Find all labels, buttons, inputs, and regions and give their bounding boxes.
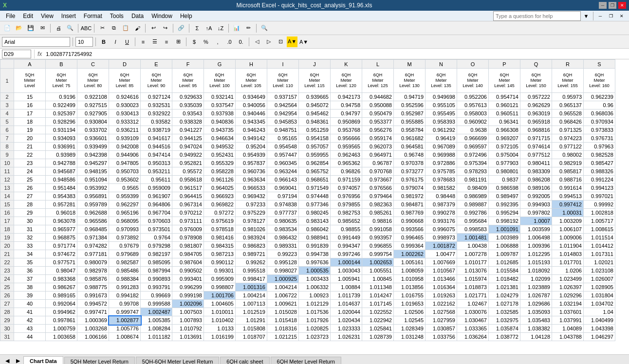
cell-F23[interactable]: 0.990502 [172,267,204,275]
cell-K31[interactable]: 1.026231 [331,333,362,341]
cell-S19[interactable]: 1.011514 [584,234,615,242]
minimize-button[interactable]: ─ [599,2,607,9]
cell-H31[interactable]: 1.018707 [236,333,267,341]
cell-S9[interactable]: 0.982528 [584,151,615,159]
cell-N22[interactable]: 1.007669 [426,258,457,267]
cell-D12[interactable]: 0.953602 [109,176,141,184]
zoom-button[interactable]: 🔍 [259,23,270,34]
cell-N20[interactable]: 1.001872 [426,242,457,250]
cell-G9[interactable]: 0.952431 [204,151,236,159]
cell-O2[interactable]: 0.952206 [457,93,489,101]
cell-M19[interactable]: 0.996465 [394,234,426,242]
cell-L22[interactable]: 1.002653 [362,258,394,267]
cell-B16[interactable]: 0.96018 [46,209,77,217]
col-header-F[interactable]: F [172,60,204,69]
cell-P12[interactable]: 0.9837 [489,176,520,184]
cell-C30[interactable]: 1.003268 [77,325,109,333]
cell-J12[interactable]: 0.968651 [299,176,331,184]
menu-edit[interactable]: Edit [19,12,37,20]
cell-E9[interactable]: 0.947414 [141,151,172,159]
cell-C2[interactable]: 0.922108 [77,93,109,101]
cell-J23[interactable]: 1.000535 [299,267,331,275]
cell-H22[interactable]: 0.99262 [236,258,267,267]
cell-D17[interactable]: 0.968095 [109,217,141,225]
cell-O17[interactable]: 0.995684 [457,217,489,225]
cell-D28[interactable]: 0.999747 [109,308,141,316]
cell-D19[interactable]: 0.973892 [109,234,141,242]
header-I1[interactable]: 6QHMeterLevel: 110 [267,69,299,93]
increase-decimal-button[interactable]: .0 [224,36,235,47]
cell-Q2[interactable]: 0.957222 [520,93,552,101]
align-left-button[interactable]: ≡ [138,36,148,47]
header-B1[interactable]: 6QHMeterLevel: 75 [46,69,77,93]
cell-I22[interactable]: 0.995128 [267,258,299,267]
tab-6qh-meter[interactable]: 6QH Meter Level Return [271,357,341,364]
cell-R31[interactable]: 1.043788 [552,333,584,341]
cell-B31[interactable]: 1.003658 [46,333,77,341]
cell-G16[interactable]: 0.97272 [204,209,236,217]
cell-B12[interactable]: 0.948586 [46,176,77,184]
cell-G11[interactable]: 0.958228 [204,167,236,176]
cell-S13[interactable]: 0.994123 [584,184,615,192]
cell-I23[interactable]: 0.998027 [267,267,299,275]
cell-F13[interactable]: 0.961517 [172,184,204,192]
cell-Q23[interactable]: 1.018092 [520,267,552,275]
cell-Q21[interactable]: 1.012295 [520,250,552,258]
cell-E15[interactable]: 0.964806 [141,200,172,209]
cell-O5[interactable]: 0.960902 [457,118,489,126]
cell-F24[interactable]: 0.993401 [172,275,204,283]
cell-M5[interactable]: 0.955885 [394,118,426,126]
cell-S28[interactable]: 1.04 [584,308,615,316]
format-painter-button[interactable]: 🖌 [132,23,143,34]
cell-R6[interactable]: 0.971325 [552,126,584,134]
cell-G5[interactable]: 0.940836 [204,118,236,126]
cell-E4[interactable]: 0.932922 [141,109,172,118]
cell-H16[interactable]: 0.975229 [236,209,267,217]
cell-N29[interactable]: 1.027959 [426,316,457,325]
cell-H13[interactable]: 0.966533 [236,184,267,192]
col-header-O[interactable]: O [457,60,489,69]
cell-M7[interactable]: 0.961682 [394,134,426,143]
cell-E8[interactable]: 0.944516 [141,143,172,151]
header-J1[interactable]: 6QHMeterLevel: 115 [299,69,331,93]
cell-J14[interactable]: 0.974448 [299,192,331,200]
cell-F8[interactable]: 0.947024 [172,143,204,151]
cell-P8[interactable]: 0.972105 [489,143,520,151]
cell-I14[interactable]: 0.97194 [267,192,299,200]
cell-G6[interactable]: 0.943735 [204,126,236,134]
cell-K27[interactable]: 1.014637 [331,300,362,308]
cell-N28[interactable]: 1.027568 [426,308,457,316]
cell-J21[interactable]: 0.994738 [299,250,331,258]
cell-E22[interactable]: 0.985095 [141,258,172,267]
cell-E14[interactable]: 0.961907 [141,192,172,200]
cell-F6[interactable]: 0.941227 [172,126,204,134]
cell-F16[interactable]: 0.970212 [172,209,204,217]
cell-H7[interactable]: 0.949142 [236,134,267,143]
cell-M29[interactable]: 1.02545 [394,316,426,325]
cell-M10[interactable]: 0.970378 [394,159,426,167]
paste-button[interactable]: 📋 [120,23,131,34]
cell-B21[interactable]: 0.974672 [46,250,77,258]
cell-B9[interactable]: 0.93989 [46,151,77,159]
cell-B10[interactable]: 0.942788 [46,159,77,167]
cell-D15[interactable]: 0.962297 [109,200,141,209]
cell-I21[interactable]: 0.99223 [267,250,299,258]
cell-L23[interactable]: 1.005551 [362,267,394,275]
cell-E13[interactable]: 0.959009 [141,184,172,192]
cell-Q13[interactable]: 0.989106 [520,184,552,192]
cell-Q18[interactable]: 1.003599 [520,225,552,234]
cell-I18[interactable]: 0.983534 [267,225,299,234]
cell-S27[interactable]: 1.034702 [584,300,615,308]
cell-A31[interactable]: 44 [14,333,46,341]
cell-I30[interactable]: 1.018316 [267,325,299,333]
cell-D24[interactable]: 0.988384 [109,275,141,283]
cell-G28[interactable]: 1.010011 [204,308,236,316]
cell-I15[interactable]: 0.974838 [267,200,299,209]
cell-G7[interactable]: 0.946634 [204,134,236,143]
cell-I28[interactable]: 1.015028 [267,308,299,316]
cell-C19[interactable]: 0.971384 [77,234,109,242]
cell-L28[interactable]: 1.022552 [362,308,394,316]
cell-G18[interactable]: 0.978518 [204,225,236,234]
tab-5qh-meter[interactable]: 5QH Meter Level Return [64,357,135,364]
cell-L25[interactable]: 1.011348 [362,283,394,291]
